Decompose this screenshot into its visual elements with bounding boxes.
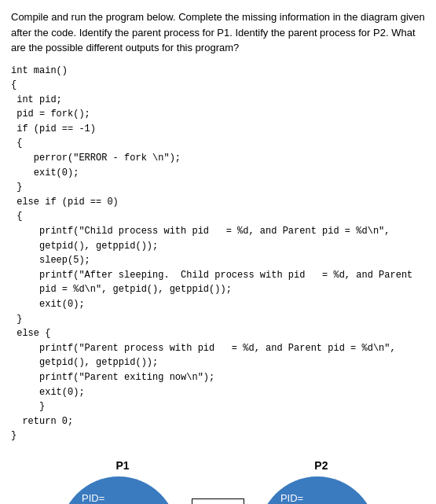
p1-pid: PID= bbox=[82, 489, 104, 504]
p2-pid: PID= bbox=[280, 489, 303, 504]
code-block: int main() { int pid; pid = fork(); if (… bbox=[11, 64, 425, 443]
fork-button[interactable]: Fork() bbox=[192, 498, 244, 504]
p2-circle: PID= PPID= Value Returned by fork()= bbox=[258, 476, 376, 504]
p1-group: P1 PID= PPID= Value Returned by fork()= bbox=[60, 459, 178, 504]
intro-paragraph: Compile and run the program below. Compl… bbox=[11, 9, 425, 56]
p2-label: P2 bbox=[306, 459, 328, 472]
p1-label: P1 bbox=[108, 459, 130, 472]
p1-circle: PID= PPID= Value Returned by fork()= bbox=[60, 476, 178, 504]
p2-group: P2 PID= PPID= Value Returned by fork()= bbox=[258, 459, 376, 504]
center-connector: Fork() bbox=[192, 459, 244, 504]
diagram-section: P1 PID= PPID= Value Returned by fork()= … bbox=[11, 459, 425, 504]
